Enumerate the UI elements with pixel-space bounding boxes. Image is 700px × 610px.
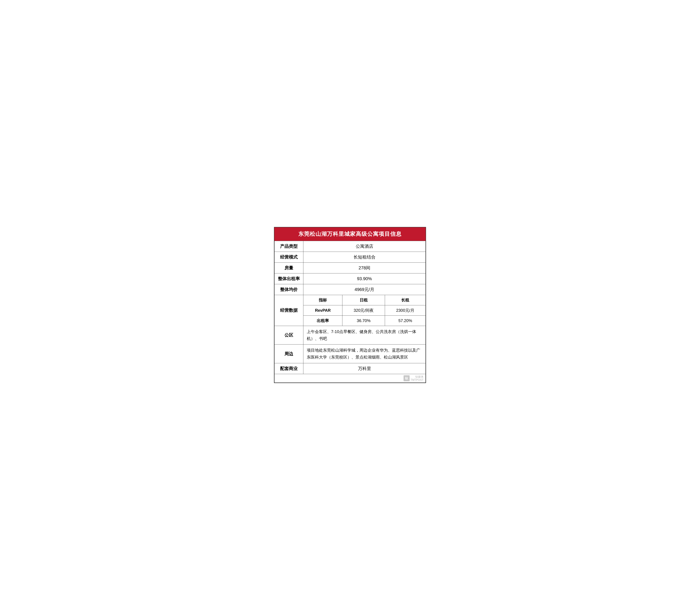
row-label: 经营数据 [274,295,303,326]
table-row: 公区 上午会客区、7-10点早餐区、健身房、公共洗衣房（洗烘一体机）、书吧 [274,326,426,344]
row-value: 4969元/月 [303,284,426,295]
table-row: 配套商业 万科里 [274,363,426,374]
sub-header: 指标 [303,295,343,305]
row-value: 公寓酒店 [303,241,426,252]
row-label: 房量 [274,262,303,273]
table-title: 东莞松山湖万科里城家高级公寓项目信息 [274,227,426,241]
row-value: 万科里 [303,363,426,374]
table-row: 整体出租率 93.90% [274,273,426,284]
table-row: 产品类型 公寓酒店 [274,241,426,252]
sub-cell: RevPAR [303,305,343,316]
watermark-cell: 钛 钛媒体 TMTPOST [274,374,426,383]
row-value: 上午会客区、7-10点早餐区、健身房、公共洗衣房（洗烘一体机）、书吧 [303,326,426,344]
row-label: 产品类型 [274,241,303,252]
sub-cell: 57.20% [385,316,426,326]
sub-cell: 2300元/月 [385,305,426,316]
watermark-icon: 钛 [403,375,410,381]
row-label: 周边 [274,344,303,363]
sub-cell: 36.70% [343,316,385,326]
table-row: 经营模式 长短租结合 [274,252,426,262]
watermark-row: 钛 钛媒体 TMTPOST [274,374,426,383]
row-label: 整体出租率 [274,273,303,284]
table-row: 整体均价 4969元/月 [274,284,426,295]
row-value: 长短租结合 [303,252,426,262]
row-label: 整体均价 [274,284,303,295]
watermark-line1: 钛媒体 [411,375,424,378]
row-label: 配套商业 [274,363,303,374]
row-label: 公区 [274,326,303,344]
table-row: 房量 278间 [274,262,426,273]
table-row: 周边 项目地处东莞松山湖科学城，周边企业有华为、蓝思科技以及广东医科大学（东莞校… [274,344,426,363]
watermark-text: 钛媒体 TMTPOST [411,375,424,382]
info-table-container: 东莞松山湖万科里城家高级公寓项目信息 产品类型 公寓酒店 经营模式 长短租结合 … [274,227,426,383]
sub-header: 日租 [343,295,385,305]
sub-cell: 320元/间夜 [343,305,385,316]
row-value: 项目地处东莞松山湖科学城，周边企业有华为、蓝思科技以及广东医科大学（东莞校区）、… [303,344,426,363]
row-value: 93.90% [303,273,426,284]
watermark-line2: TMTPOST [411,378,424,382]
watermark: 钛 钛媒体 TMTPOST [403,375,424,382]
row-label: 经营模式 [274,252,303,262]
info-table: 产品类型 公寓酒店 经营模式 长短租结合 房量 278间 整体出租率 93.90… [274,241,426,383]
row-value: 278间 [303,262,426,273]
sub-cell: 出租率 [303,316,343,326]
sub-header: 长租 [385,295,426,305]
table-row-nested-header: 经营数据指标日租长租 [274,295,426,305]
